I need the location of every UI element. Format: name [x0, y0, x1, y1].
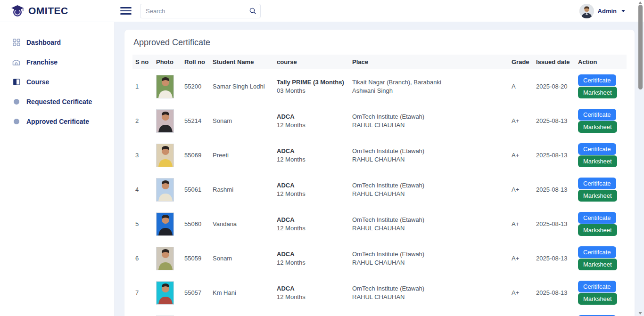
certificate-button[interactable]: Ceritifcate	[578, 178, 616, 189]
col-header-issued-date: Issued date	[533, 55, 575, 69]
place-contact: RAHUL CHAUHAN	[352, 190, 506, 197]
student-photo	[156, 247, 174, 270]
student-photo	[156, 75, 174, 98]
name-cell: Sonam	[210, 104, 274, 138]
certificate-button[interactable]: Ceritifcate	[578, 109, 616, 121]
grade-cell: A+	[509, 310, 533, 316]
student-photo	[156, 109, 174, 133]
issued-date-cell: 2025-08-13	[533, 275, 575, 310]
place-line: OmTech Institute (Etawah)	[352, 147, 506, 154]
issued-date-cell: 2025-08-13	[533, 138, 575, 172]
marksheet-button[interactable]: Marksheet	[578, 190, 617, 202]
place-line: OmTech Institute (Etawah)	[352, 113, 506, 120]
marksheet-button[interactable]: Marksheet	[578, 293, 617, 305]
marksheet-button[interactable]: Marksheet	[578, 87, 617, 98]
main-content: Approved Certificate S no Photo Roll no …	[115, 22, 644, 316]
marksheet-button[interactable]: Marksheet	[578, 259, 617, 270]
scrollbar-thumb[interactable]	[638, 5, 643, 89]
table-row: 5 55060 Vandana ADCA12 Months OmTech Ins…	[132, 207, 627, 241]
roll-cell: 55214	[182, 104, 210, 138]
course-duration: 12 Months	[277, 293, 347, 300]
table-row: 6 55059 Sonam ADCA12 Months OmTech Insti…	[132, 241, 627, 275]
grade-cell: A+	[509, 104, 533, 138]
graduation-cap-icon	[10, 4, 25, 18]
table-row: 7 55057 Km Hani ADCA12 Months OmTech Ins…	[132, 275, 627, 310]
student-photo	[156, 212, 174, 236]
col-header-place: Place	[349, 55, 509, 69]
name-cell: Samar Singh Lodhi	[210, 69, 274, 104]
name-cell: Rashmi	[210, 172, 274, 207]
circle-icon	[12, 117, 20, 125]
certificate-button[interactable]: Ceritifcate	[578, 74, 616, 86]
admin-label: Admin	[598, 8, 617, 15]
col-header-course: course	[274, 55, 349, 69]
col-header-student-name: Student Name	[210, 55, 274, 69]
place-contact: RAHUL CHAUHAN	[352, 293, 506, 300]
marksheet-button[interactable]: Marksheet	[578, 224, 617, 236]
issued-date-cell: 2025-08-13	[533, 207, 575, 241]
course-name: ADCA	[277, 113, 347, 120]
course-duration: 03 Months	[277, 87, 347, 94]
sidebar-item-dashboard[interactable]: Dashboard	[0, 33, 114, 51]
sidebar: Dashboard Franchise Course	[0, 22, 115, 316]
sidebar-item-label: Approved Cerificate	[26, 118, 89, 125]
certificate-button[interactable]: Ceritifcate	[578, 212, 616, 224]
circle-icon	[12, 97, 20, 105]
course-name: ADCA	[277, 251, 347, 258]
hamburger-menu-icon[interactable]	[120, 7, 132, 15]
table-row: 2 55214 Sonam ADCA12 Months OmTech Insti…	[132, 104, 627, 138]
issued-date-cell: 2025-08-13	[533, 104, 575, 138]
search-input[interactable]	[140, 4, 261, 18]
user-menu[interactable]: Admin	[579, 4, 644, 18]
student-photo	[156, 178, 174, 202]
sidebar-item-label: Requested Cerificate	[26, 98, 92, 105]
issued-date-cell: 2025-08-13	[533, 241, 575, 275]
home-icon	[12, 58, 20, 66]
vertical-scrollbar[interactable]	[637, 0, 644, 316]
sidebar-item-requested-certificate[interactable]: Requested Cerificate	[0, 93, 114, 110]
certificate-button[interactable]: Ceritifcate	[578, 143, 616, 155]
sno-cell: 6	[132, 241, 153, 275]
course-name: ADCA	[277, 147, 347, 154]
sno-cell: 8	[132, 310, 153, 316]
sno-cell: 3	[132, 138, 153, 172]
place-contact: RAHUL CHAUHAN	[352, 225, 506, 232]
issued-date-cell: 2025-08-20	[533, 69, 575, 104]
place-line: OmTech Institute (Etawah)	[352, 182, 506, 189]
approved-certificate-card: Approved Certificate S no Photo Roll no …	[124, 30, 635, 316]
marksheet-button[interactable]: Marksheet	[578, 155, 617, 167]
roll-cell: 55057	[182, 275, 210, 310]
student-photo	[156, 281, 174, 305]
scrollbar-up-arrow-icon[interactable]	[638, 1, 642, 4]
certificate-button[interactable]: Ceritifcate	[578, 246, 616, 258]
search-icon[interactable]	[249, 7, 256, 16]
sidebar-item-approved-certificate[interactable]: Approved Cerificate	[0, 113, 114, 130]
roll-cell: 55054	[182, 310, 210, 316]
roll-cell: 55059	[182, 241, 210, 275]
roll-cell: 55061	[182, 172, 210, 207]
page-title: Approved Certificate	[133, 38, 627, 48]
sidebar-item-course[interactable]: Course	[0, 73, 114, 90]
chevron-down-icon	[621, 10, 625, 12]
course-duration: 12 Months	[277, 190, 347, 197]
book-icon	[12, 78, 20, 86]
course-duration: 12 Months	[277, 225, 347, 232]
roll-cell: 55069	[182, 138, 210, 172]
sno-cell: 1	[132, 69, 153, 104]
course-name: Tally PRIME (3 Months)	[277, 79, 347, 86]
sidebar-item-label: Dashboard	[26, 39, 61, 46]
sidebar-item-franchise[interactable]: Franchise	[0, 53, 114, 71]
approved-certificate-table: S no Photo Roll no Student Name course P…	[132, 55, 627, 316]
brand-logo[interactable]: OMITEC	[0, 4, 115, 18]
course-name: ADCA	[277, 216, 347, 223]
place-contact: RAHUL CHAUHAN	[352, 259, 506, 266]
col-header-rollno: Roll no	[182, 55, 210, 69]
certificate-button[interactable]: Ceritifcate	[578, 281, 616, 292]
place-line: Tikait Nagar (Branch), Barabanki	[352, 79, 506, 86]
name-cell: Preeti	[210, 138, 274, 172]
marksheet-button[interactable]: Marksheet	[578, 121, 617, 133]
scrollbar-down-arrow-icon[interactable]	[638, 312, 642, 315]
sno-cell: 2	[132, 104, 153, 138]
col-header-grade: Grade	[509, 55, 533, 69]
col-header-action: Action	[575, 55, 627, 69]
